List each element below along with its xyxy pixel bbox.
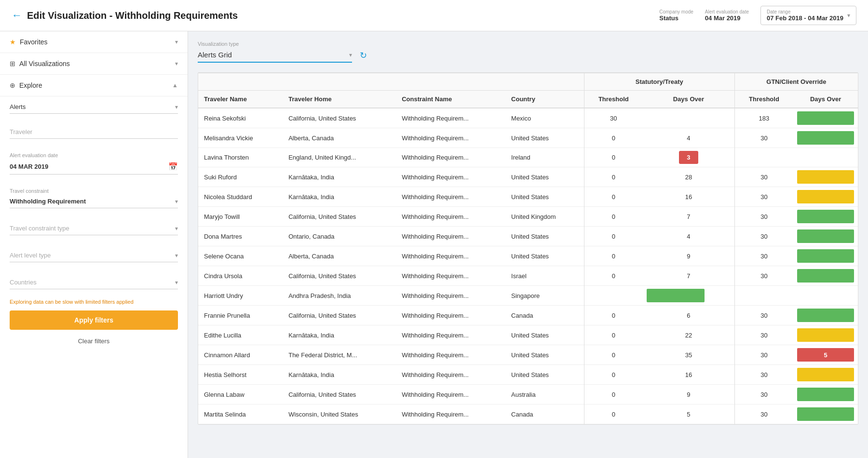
table-row: Glenna LabawCalifornia, United StatesWit… — [198, 385, 858, 404]
alert-level-type-select-row[interactable]: Alert level type ▾ — [10, 249, 178, 262]
cell-stat-days-over: 7 — [643, 207, 734, 227]
cell-gtn-threshold: 30 — [734, 128, 793, 148]
cell-constraint-name: Withholding Requirem... — [396, 187, 505, 207]
date-range-chevron-icon: ▾ — [847, 12, 850, 19]
page-title: Edit Visualization - Withholding Require… — [27, 10, 238, 21]
cell-traveler-home: England, United Kingd... — [283, 148, 396, 167]
cell-country: Canada — [505, 404, 584, 424]
cell-traveler-name: Suki Ruford — [198, 167, 283, 187]
explore-header-left: ⊕ Explore — [10, 81, 42, 89]
cell-constraint-name: Withholding Requirem... — [396, 325, 505, 345]
cell-traveler-home: Alberta, Canada — [283, 246, 396, 266]
table-row: Suki RufordKarnātaka, IndiaWithholding R… — [198, 167, 858, 187]
countries-filter-group: Countries ▾ — [0, 272, 188, 293]
cell-constraint-name: Withholding Requirem... — [396, 227, 505, 246]
cell-constraint-name: Withholding Requirem... — [396, 148, 505, 167]
cell-constraint-name: Withholding Requirem... — [396, 128, 505, 148]
viz-type-row: Alerts Grid ▾ ↻ — [198, 48, 858, 63]
cell-traveler-name: Martita Selinda — [198, 404, 283, 424]
warning-text: Exploring data can be slow with limited … — [0, 293, 188, 307]
cell-gtn-threshold: 30 — [734, 345, 793, 365]
cell-gtn-days-over — [793, 286, 858, 306]
back-button[interactable]: ← — [12, 9, 22, 22]
cell-constraint-name: Withholding Requirem... — [396, 286, 505, 306]
alert-eval-date-meta: Alert evaluation date 04 Mar 2019 — [705, 9, 749, 22]
alerts-select-row[interactable]: Alerts ▾ — [10, 100, 178, 114]
cell-traveler-name: Cindra Ursola — [198, 266, 283, 286]
travel-constraint-type-select-row[interactable]: Travel constraint type ▾ — [10, 222, 178, 235]
cell-gtn-threshold: 183 — [734, 108, 793, 128]
cell-country: United States — [505, 128, 584, 148]
date-range-selector[interactable]: Date range 07 Feb 2018 - 04 Mar 2019 ▾ — [760, 6, 856, 25]
alerts-table: Statutory/Treaty GTN/Client Override Tra… — [198, 73, 858, 424]
cell-traveler-name: Lavina Thorsten — [198, 148, 283, 167]
alert-eval-date-filter-row[interactable]: 04 MAR 2019 📅 — [10, 159, 178, 175]
cell-stat-days-over — [643, 286, 734, 306]
cell-gtn-days-over — [793, 365, 858, 385]
cell-traveler-home: Karnātaka, India — [283, 167, 396, 187]
explore-header[interactable]: ⊕ Explore ▲ — [0, 75, 188, 96]
sidebar-all-viz-section: ⊞ All Visualizations ▾ — [0, 53, 188, 75]
cell-stat-threshold: 0 — [584, 246, 643, 266]
viz-type-value: Alerts Grid — [198, 51, 232, 59]
cell-gtn-threshold: 30 — [734, 227, 793, 246]
group-header-gtn: GTN/Client Override — [734, 73, 858, 91]
cell-gtn-threshold — [734, 286, 793, 306]
cell-gtn-threshold: 30 — [734, 266, 793, 286]
cell-stat-threshold: 0 — [584, 345, 643, 365]
cell-traveler-home: Karnātaka, India — [283, 365, 396, 385]
viz-type-chevron-icon: ▾ — [349, 52, 352, 58]
company-mode-value: Status — [659, 14, 693, 22]
cell-stat-threshold: 0 — [584, 128, 643, 148]
group-header-statutory: Statutory/Treaty — [584, 73, 734, 91]
countries-select-row[interactable]: Countries ▾ — [10, 276, 178, 289]
traveler-filter-label: Traveler — [10, 128, 32, 135]
viz-type-section: Visualization type Alerts Grid ▾ ↻ — [198, 41, 858, 63]
cell-traveler-name: Reina Sekofski — [198, 108, 283, 128]
col-header-row: Traveler Name Traveler Home Constraint N… — [198, 91, 858, 108]
cell-traveler-name: Melisandra Vickie — [198, 128, 283, 148]
cell-traveler-name: Harriott Undry — [198, 286, 283, 306]
cell-stat-threshold — [584, 286, 643, 306]
cell-traveler-name: Hestia Selhorst — [198, 365, 283, 385]
cell-traveler-home: The Federal District, M... — [283, 345, 396, 365]
table-row: Melisandra VickieAlberta, CanadaWithhold… — [198, 128, 858, 148]
all-viz-chevron-icon: ▾ — [175, 60, 178, 67]
viz-type-selector[interactable]: Alerts Grid ▾ — [198, 48, 352, 63]
cell-constraint-name: Withholding Requirem... — [396, 345, 505, 365]
cell-stat-days-over: 35 — [643, 345, 734, 365]
cell-stat-threshold: 0 — [584, 148, 643, 167]
cell-gtn-days-over — [793, 128, 858, 148]
group-header-row: Statutory/Treaty GTN/Client Override — [198, 73, 858, 91]
cell-stat-days-over — [643, 108, 734, 128]
col-stat-threshold: Threshold — [584, 91, 643, 108]
alert-eval-date-filter-label: Alert evaluation date — [10, 152, 178, 158]
alerts-filter-group: Alerts ▾ — [0, 96, 188, 118]
company-mode-label: Company mode — [659, 9, 693, 14]
apply-filters-button[interactable]: Apply filters — [10, 310, 178, 330]
cell-gtn-threshold — [734, 148, 793, 167]
calendar-icon: 📅 — [168, 162, 178, 171]
favorites-header-left: ★ Favorites — [10, 38, 48, 46]
all-viz-header[interactable]: ⊞ All Visualizations ▾ — [0, 53, 188, 74]
cell-stat-threshold: 0 — [584, 404, 643, 424]
sidebar-favorites-section: ★ Favorites ▾ — [0, 31, 188, 53]
col-traveler-home: Traveler Home — [283, 91, 396, 108]
cell-country: Australia — [505, 385, 584, 404]
cell-stat-days-over: 16 — [643, 365, 734, 385]
travel-constraint-select-row[interactable]: Withholding Requirement ▾ — [10, 195, 178, 208]
cell-stat-threshold: 0 — [584, 266, 643, 286]
date-range-meta: Date range 07 Feb 2018 - 04 Mar 2019 — [767, 9, 843, 22]
refresh-icon[interactable]: ↻ — [360, 50, 367, 61]
cell-gtn-threshold: 30 — [734, 385, 793, 404]
cell-gtn-days-over — [793, 385, 858, 404]
cell-constraint-name: Withholding Requirem... — [396, 266, 505, 286]
traveler-select-row[interactable]: Traveler — [10, 125, 178, 139]
all-viz-label: All Visualizations — [19, 60, 70, 67]
cell-constraint-name: Withholding Requirem... — [396, 167, 505, 187]
col-traveler-name: Traveler Name — [198, 91, 283, 108]
favorites-header[interactable]: ★ Favorites ▾ — [0, 31, 188, 53]
col-gtn-threshold: Threshold — [734, 91, 793, 108]
clear-filters-button[interactable]: Clear filters — [0, 334, 188, 349]
header-left: ← Edit Visualization - Withholding Requi… — [12, 9, 238, 22]
